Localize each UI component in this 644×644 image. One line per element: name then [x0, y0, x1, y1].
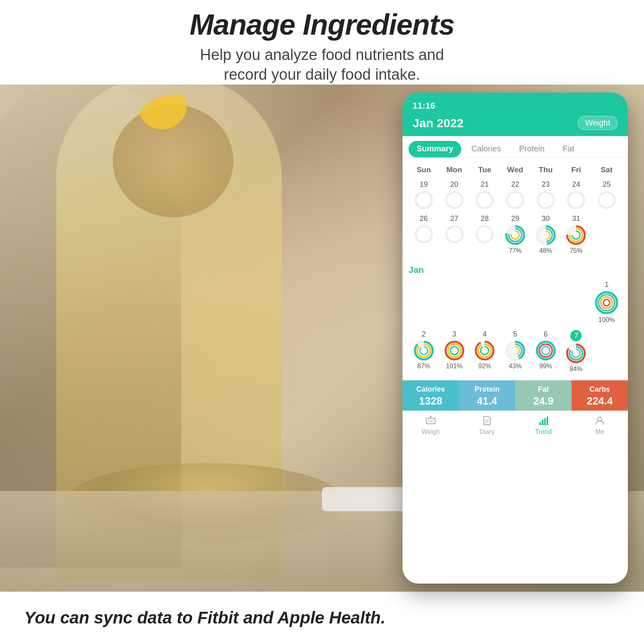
day-cell-empty1: [409, 279, 439, 325]
phone-mockup: 11:16 Jan 2022 Weight Summary Calories P…: [402, 93, 628, 584]
day-number: 5: [513, 330, 517, 339]
day-number-today: 7: [570, 330, 582, 341]
svg-rect-80: [542, 420, 543, 425]
svg-point-41: [420, 347, 428, 355]
day-sat: Sat: [591, 164, 622, 176]
nav-trend-label: Trend: [535, 428, 551, 436]
ring-pct-jan6: 99%: [539, 363, 552, 370]
day-cell-22[interactable]: 22: [500, 179, 530, 211]
ring-jan4: [474, 340, 495, 361]
day-number: 28: [481, 215, 489, 223]
day-cell-jan6[interactable]: 6 99%: [530, 329, 561, 374]
day-cell-30[interactable]: 30 48%: [530, 213, 561, 256]
day-number: 30: [542, 215, 550, 223]
ring-pct-29: 77%: [509, 247, 522, 254]
day-cell-empty2: [439, 279, 470, 325]
ring-jan5: [504, 340, 526, 361]
nav-diary[interactable]: Diary: [459, 414, 515, 436]
svg-point-3: [507, 192, 523, 208]
ring-pct-31: 75%: [570, 247, 582, 254]
day-thu: Thu: [530, 164, 561, 176]
status-bar: 11:16: [413, 101, 618, 111]
tab-summary[interactable]: Summary: [409, 141, 461, 157]
ring-pct-30: 48%: [539, 247, 552, 254]
stat-carbs-label: Carbs: [589, 385, 610, 394]
day-number: 19: [420, 180, 428, 189]
day-cell-empty-last: [591, 329, 622, 374]
ring-empty: [475, 190, 495, 210]
svg-point-0: [416, 192, 432, 208]
ring-empty: [536, 190, 556, 210]
ring-empty: [444, 224, 464, 244]
nav-weigh[interactable]: Weigh: [402, 414, 459, 436]
svg-rect-79: [539, 422, 541, 425]
svg-point-74: [430, 416, 431, 417]
day-cell-jan4[interactable]: 4 92%: [469, 329, 500, 374]
calendar-area: Sun Mon Tue Wed Thu Fri Sat 19 20 21 22: [402, 158, 628, 262]
day-cell-28[interactable]: 28: [469, 213, 500, 256]
day-cell-20[interactable]: 20: [439, 179, 470, 211]
day-cell-19[interactable]: 19: [409, 179, 439, 211]
ring-pct-jan7: 84%: [570, 365, 582, 373]
diary-icon: [481, 414, 493, 427]
stat-fat-label: Fat: [538, 385, 549, 394]
day-cell-23[interactable]: 23: [530, 179, 561, 211]
day-headers: Sun Mon Tue Wed Thu Fri Sat: [409, 164, 622, 176]
svg-point-33: [601, 297, 612, 308]
ring-29: [504, 224, 526, 246]
day-cell-24[interactable]: 24: [561, 179, 592, 211]
day-cell-29[interactable]: 29 77%: [500, 213, 530, 256]
top-header: Manage Ingredients Help you analyze food…: [0, 0, 644, 85]
weight-badge[interactable]: Weight: [578, 116, 618, 130]
tab-row: Summary Calories Protein Fat: [402, 136, 628, 158]
day-cell-26[interactable]: 26: [409, 213, 439, 256]
day-cell-jan5[interactable]: 5 43%: [500, 329, 530, 374]
day-number: 26: [420, 215, 428, 223]
tab-protein[interactable]: Protein: [511, 141, 553, 157]
day-cell-25[interactable]: 25: [591, 179, 622, 211]
app-header: 11:16 Jan 2022 Weight: [402, 93, 628, 136]
day-number: 2: [422, 330, 426, 339]
day-tue: Tue: [469, 164, 500, 176]
main-title: Manage Ingredients: [190, 8, 454, 41]
stat-calories: Calories 1328: [402, 380, 459, 411]
svg-point-35: [603, 299, 610, 306]
day-number: 29: [511, 215, 519, 223]
day-number: 1: [605, 281, 609, 289]
day-cell-jan3[interactable]: 3 101%: [439, 329, 470, 374]
tab-calories[interactable]: Calories: [463, 141, 509, 157]
ring-pct-jan2: 87%: [417, 363, 430, 370]
day-number: 22: [511, 180, 519, 189]
tab-fat[interactable]: Fat: [555, 141, 582, 157]
month-title: Jan 2022: [413, 116, 464, 130]
day-cell-21[interactable]: 21: [469, 179, 500, 211]
day-mon: Mon: [439, 164, 470, 176]
stat-protein-value: 41.4: [477, 395, 497, 407]
day-cell-jan1[interactable]: 1 100%: [591, 279, 622, 325]
day-cell-jan2[interactable]: 2 87%: [409, 329, 439, 374]
stat-calories-label: Calories: [416, 385, 445, 394]
me-icon: [593, 414, 606, 427]
svg-point-53: [481, 347, 489, 355]
footer-text: You can sync data to Fitbit and Apple He…: [24, 608, 386, 627]
day-cell-31[interactable]: 31 75%: [561, 213, 592, 256]
day-number: 25: [603, 180, 611, 189]
day-cell-empty5: [530, 279, 561, 325]
svg-point-47: [450, 347, 458, 355]
ring-empty: [566, 190, 586, 210]
week-jan-1-row: 1 100%: [409, 279, 622, 325]
nav-trend[interactable]: Trend: [515, 414, 572, 436]
bottom-nav: Weigh Diary: [402, 411, 628, 440]
ring-empty: [475, 224, 495, 244]
jan-week-1: 1 100%: [402, 277, 628, 325]
ring-empty: [444, 190, 464, 210]
svg-rect-82: [547, 417, 548, 425]
nav-me[interactable]: Me: [572, 414, 628, 436]
ring-pct-jan1: 100%: [599, 316, 615, 324]
ring-30: [535, 224, 557, 246]
ring-pct-jan4: 92%: [478, 363, 491, 370]
day-cell-27[interactable]: 27: [439, 213, 470, 256]
subtitle: Help you analyze food nutrients and reco…: [200, 45, 444, 85]
svg-point-1: [446, 192, 462, 208]
day-cell-jan7[interactable]: 7 84%: [561, 329, 592, 374]
